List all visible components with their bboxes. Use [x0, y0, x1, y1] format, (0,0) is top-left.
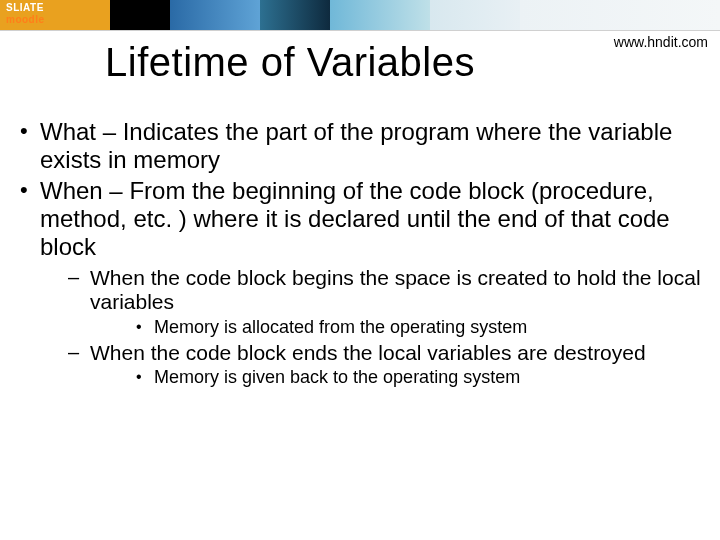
bullet-item: When the code block ends the local varia… — [46, 341, 706, 389]
bullet-text: When – From the beginning of the code bl… — [40, 177, 670, 261]
brand-line2: moodle — [6, 14, 45, 25]
brand-line1: SLIATE — [6, 2, 44, 13]
brand-logo: SLIATE moodle — [6, 2, 45, 26]
bullet-item: Memory is given back to the operating sy… — [96, 367, 706, 389]
banner-image: SLIATE moodle — [0, 0, 720, 31]
slide-title: Lifetime of Variables — [0, 40, 650, 85]
slide: SLIATE moodle www.hndit.com Lifetime of … — [0, 0, 720, 540]
bullet-subsublist: Memory is allocated from the operating s… — [90, 317, 706, 339]
bullet-item: When the code block begins the space is … — [46, 266, 706, 339]
bullet-item: What – Indicates the part of the program… — [14, 118, 706, 175]
bullet-text: When the code block begins the space is … — [90, 266, 701, 314]
bullet-subsublist: Memory is given back to the operating sy… — [90, 367, 706, 389]
bullet-text: What – Indicates the part of the program… — [40, 118, 672, 173]
bullet-text: When the code block ends the local varia… — [90, 341, 646, 364]
bullet-item: When – From the beginning of the code bl… — [14, 177, 706, 389]
bullet-text: Memory is given back to the operating sy… — [154, 367, 520, 387]
bullet-sublist: When the code block begins the space is … — [40, 266, 706, 389]
bullet-item: Memory is allocated from the operating s… — [96, 317, 706, 339]
slide-body: What – Indicates the part of the program… — [14, 118, 706, 391]
bullet-text: Memory is allocated from the operating s… — [154, 317, 527, 337]
bullet-list: What – Indicates the part of the program… — [14, 118, 706, 389]
